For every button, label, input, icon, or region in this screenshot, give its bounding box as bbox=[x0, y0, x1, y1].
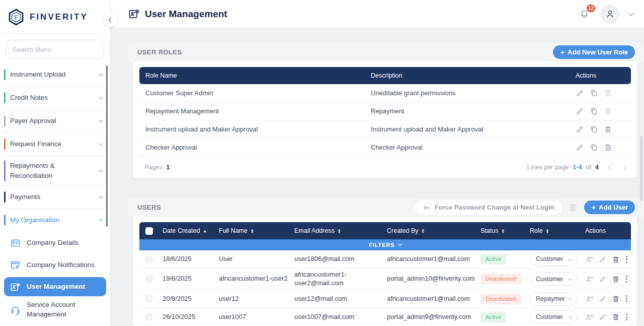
sidebar-item-user-management[interactable]: User Management bbox=[4, 277, 106, 296]
chevron-down-icon bbox=[99, 194, 103, 199]
add-new-user-role-button[interactable]: + Add New User Role bbox=[553, 45, 635, 59]
delete-role-icon[interactable] bbox=[604, 107, 612, 115]
delete-user-icon[interactable] bbox=[612, 295, 620, 303]
sidebar-item-instrument-upload[interactable]: Instrument Upload bbox=[0, 63, 110, 86]
sort-icon[interactable]: ▲▼ bbox=[501, 228, 504, 233]
edit-user-icon[interactable] bbox=[599, 275, 607, 283]
users-table-body: 18/6/2025 User user1806@mail.com african… bbox=[139, 250, 631, 326]
main-scrollbar[interactable] bbox=[640, 136, 642, 202]
account-chevron-down-icon[interactable] bbox=[629, 11, 634, 16]
delete-role-icon[interactable] bbox=[604, 125, 612, 134]
select-all-checkbox[interactable] bbox=[145, 227, 153, 235]
row-checkbox[interactable] bbox=[145, 313, 152, 320]
column-date-created[interactable]: Date Created▲ bbox=[163, 227, 219, 234]
next-page-icon[interactable] bbox=[622, 165, 627, 170]
more-actions-icon[interactable] bbox=[625, 275, 628, 284]
sidebar-item-credit-notes[interactable]: Credit Notes bbox=[0, 86, 110, 109]
notifications-button[interactable]: 12 bbox=[579, 8, 590, 20]
sort-icon[interactable]: ▲▼ bbox=[546, 228, 549, 233]
role-dropdown-value: Customer bbox=[536, 313, 563, 321]
copy-role-icon[interactable] bbox=[590, 125, 598, 134]
sort-icon[interactable]: ▲▼ bbox=[338, 228, 341, 233]
user-management-title-icon bbox=[128, 8, 140, 20]
brand-name: FINVERITY bbox=[30, 12, 88, 22]
role-dropdown[interactable]: Customer bbox=[530, 252, 577, 266]
row-checkbox[interactable] bbox=[145, 256, 152, 263]
edit-role-icon[interactable] bbox=[576, 107, 584, 115]
brand-logo[interactable]: F FINVERITY bbox=[0, 0, 110, 34]
status-cell: Active bbox=[480, 254, 530, 265]
role-dropdown[interactable]: Repaymer bbox=[530, 292, 577, 306]
delete-role-icon[interactable] bbox=[604, 143, 612, 152]
impersonate-user-icon[interactable] bbox=[585, 295, 594, 303]
user-table-row: 19/6/2025 africancustomer1-user2 african… bbox=[139, 269, 631, 290]
filters-bar[interactable]: FILTERS bbox=[139, 239, 631, 250]
role-cell: Customer bbox=[530, 272, 585, 286]
impersonate-user-icon[interactable] bbox=[585, 255, 594, 264]
user-avatar[interactable] bbox=[600, 5, 619, 24]
status-badge: Deactivated bbox=[480, 274, 521, 284]
sidebar-item-payments[interactable]: Payments bbox=[0, 185, 110, 209]
column-email-address[interactable]: Email Address▲▼ bbox=[294, 227, 387, 234]
sidebar-item-payer-approval[interactable]: Payer Approval bbox=[0, 109, 110, 133]
sidebar-item-company-notifications[interactable]: Company Notifications bbox=[0, 254, 110, 276]
row-checkbox[interactable] bbox=[145, 295, 152, 302]
date-created-cell: 26/10/2025 bbox=[163, 313, 219, 321]
role-dropdown-value: Customer bbox=[536, 255, 563, 263]
status-badge: Deactivated bbox=[480, 294, 521, 304]
sidebar-scrollbar[interactable] bbox=[106, 66, 108, 227]
more-actions-icon[interactable] bbox=[625, 312, 628, 321]
sidebar: F FINVERITY Instrument Upload Credit Not… bbox=[0, 0, 111, 326]
role-dropdown-value: Repaymer bbox=[536, 295, 565, 303]
page-number[interactable]: 1 bbox=[166, 164, 170, 171]
more-actions-icon[interactable] bbox=[625, 294, 628, 303]
sidebar-item-company-details[interactable]: Company Details bbox=[0, 232, 110, 254]
sidebar-item-my-organisation[interactable]: My Organisation bbox=[0, 209, 110, 232]
sidebar-item-request-finance[interactable]: Request Finance bbox=[0, 133, 110, 156]
sidebar-item-service-account-management[interactable]: Service Account Management bbox=[0, 297, 110, 322]
role-actions bbox=[576, 89, 631, 97]
edit-user-icon[interactable] bbox=[599, 295, 607, 303]
delete-user-icon[interactable] bbox=[612, 255, 620, 264]
edit-role-icon[interactable] bbox=[576, 143, 584, 152]
delete-user-icon[interactable] bbox=[612, 275, 620, 283]
sort-icon[interactable]: ▲▼ bbox=[251, 228, 254, 233]
force-password-change-button[interactable]: Force Password Change at Next Login bbox=[415, 200, 562, 215]
add-user-button[interactable]: + Add User bbox=[584, 201, 635, 214]
sidebar-collapse-button[interactable] bbox=[104, 13, 117, 27]
copy-role-icon[interactable] bbox=[590, 107, 598, 115]
column-status[interactable]: Status▲▼ bbox=[480, 227, 530, 234]
delete-user-icon[interactable] bbox=[612, 313, 620, 321]
column-role-name: Role Name bbox=[145, 72, 371, 79]
more-actions-icon[interactable] bbox=[625, 255, 628, 264]
user-table-row: 20/8/2025 user12 user12@mail.com african… bbox=[139, 290, 631, 308]
column-description: Description bbox=[371, 72, 576, 79]
copy-role-icon[interactable] bbox=[590, 89, 598, 97]
previous-page-icon[interactable] bbox=[608, 165, 613, 170]
sidebar-item-repayments-reconciliation[interactable]: Repayments & Reconciliation bbox=[0, 156, 110, 185]
column-role[interactable]: Role▲▼ bbox=[530, 227, 585, 234]
lines-range[interactable]: 1-4 bbox=[573, 164, 582, 171]
sort-icon[interactable]: ▲▼ bbox=[422, 228, 425, 233]
search-input[interactable] bbox=[13, 46, 98, 53]
edit-user-icon[interactable] bbox=[599, 255, 607, 264]
browser-gear-icon bbox=[10, 260, 21, 271]
impersonate-user-icon[interactable] bbox=[585, 313, 594, 321]
impersonate-user-icon[interactable] bbox=[585, 275, 594, 283]
column-actions: Actions bbox=[576, 72, 631, 79]
copy-role-icon[interactable] bbox=[590, 143, 598, 152]
delete-users-icon[interactable] bbox=[568, 203, 578, 212]
sidebar-search[interactable] bbox=[6, 40, 104, 59]
column-created-by[interactable]: Created By▲▼ bbox=[387, 227, 480, 234]
role-dropdown[interactable]: Customer bbox=[530, 310, 577, 324]
edit-role-icon[interactable] bbox=[576, 125, 584, 134]
role-dropdown[interactable]: Customer bbox=[530, 272, 577, 286]
row-checkbox[interactable] bbox=[145, 276, 152, 283]
column-full-name[interactable]: Full Name▲▼ bbox=[219, 227, 294, 234]
users-table-header: Date Created▲ Full Name▲▼ Email Address▲… bbox=[139, 222, 631, 239]
delete-role-icon[interactable] bbox=[604, 89, 612, 97]
sort-asc-icon[interactable]: ▲ bbox=[203, 229, 207, 233]
chevron-down-icon bbox=[99, 141, 103, 146]
edit-role-icon[interactable] bbox=[576, 89, 584, 97]
edit-user-icon[interactable] bbox=[599, 313, 607, 321]
